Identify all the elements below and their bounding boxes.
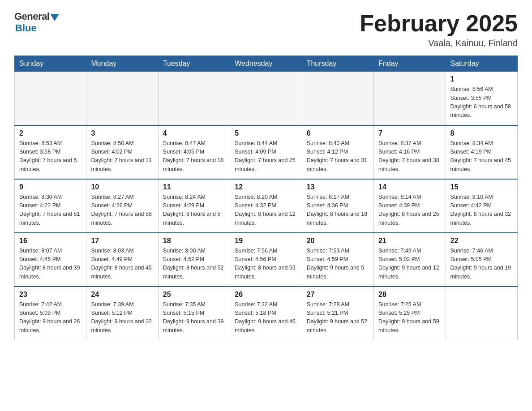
day-number: 28 bbox=[378, 291, 441, 299]
day-number: 5 bbox=[235, 129, 297, 137]
calendar-cell: 23Sunrise: 7:42 AMSunset: 5:09 PMDayligh… bbox=[15, 287, 86, 340]
calendar-cell: 16Sunrise: 8:07 AMSunset: 4:46 PMDayligh… bbox=[15, 233, 86, 287]
calendar-cell: 28Sunrise: 7:25 AMSunset: 5:25 PMDayligh… bbox=[374, 287, 446, 340]
calendar-cell: 27Sunrise: 7:28 AMSunset: 5:21 PMDayligh… bbox=[302, 287, 373, 340]
day-number: 15 bbox=[450, 183, 513, 191]
day-number: 9 bbox=[19, 183, 82, 191]
day-info: Sunrise: 8:14 AMSunset: 4:39 PMDaylight:… bbox=[378, 193, 441, 228]
calendar-cell bbox=[374, 72, 446, 125]
day-info: Sunrise: 7:39 AMSunset: 5:12 PMDaylight:… bbox=[91, 300, 153, 335]
day-info: Sunrise: 8:20 AMSunset: 4:32 PMDaylight:… bbox=[235, 193, 297, 228]
day-info: Sunrise: 7:49 AMSunset: 5:02 PMDaylight:… bbox=[378, 247, 441, 282]
day-info: Sunrise: 7:46 AMSunset: 5:05 PMDaylight:… bbox=[450, 247, 513, 282]
calendar-cell: 22Sunrise: 7:46 AMSunset: 5:05 PMDayligh… bbox=[446, 233, 517, 287]
day-number: 22 bbox=[450, 237, 513, 245]
day-info: Sunrise: 7:42 AMSunset: 5:09 PMDaylight:… bbox=[19, 300, 82, 335]
day-number: 19 bbox=[235, 237, 297, 245]
day-info: Sunrise: 7:25 AMSunset: 5:25 PMDaylight:… bbox=[378, 300, 441, 335]
logo-blue-text: Blue bbox=[15, 22, 37, 34]
day-info: Sunrise: 8:44 AMSunset: 4:09 PMDaylight:… bbox=[235, 139, 297, 174]
day-info: Sunrise: 8:50 AMSunset: 4:02 PMDaylight:… bbox=[91, 139, 153, 174]
day-info: Sunrise: 8:53 AMSunset: 3:58 PMDaylight:… bbox=[19, 139, 82, 174]
logo-general-text: General bbox=[14, 11, 49, 22]
calendar-cell: 8Sunrise: 8:34 AMSunset: 4:19 PMDaylight… bbox=[446, 125, 517, 179]
calendar-table: SundayMondayTuesdayWednesdayThursdayFrid… bbox=[14, 56, 518, 340]
day-info: Sunrise: 7:56 AMSunset: 4:56 PMDaylight:… bbox=[235, 247, 297, 282]
column-header-thursday: Thursday bbox=[302, 56, 373, 72]
calendar-cell: 15Sunrise: 8:10 AMSunset: 4:42 PMDayligh… bbox=[446, 179, 517, 233]
day-number: 6 bbox=[307, 129, 369, 137]
column-header-tuesday: Tuesday bbox=[158, 56, 230, 72]
day-info: Sunrise: 8:17 AMSunset: 4:36 PMDaylight:… bbox=[307, 193, 369, 228]
calendar-cell: 5Sunrise: 8:44 AMSunset: 4:09 PMDaylight… bbox=[230, 125, 302, 179]
calendar-cell: 20Sunrise: 7:53 AMSunset: 4:59 PMDayligh… bbox=[302, 233, 373, 287]
day-number: 26 bbox=[235, 291, 297, 299]
day-number: 14 bbox=[378, 183, 441, 191]
day-info: Sunrise: 8:00 AMSunset: 4:52 PMDaylight:… bbox=[163, 247, 225, 282]
calendar-cell: 2Sunrise: 8:53 AMSunset: 3:58 PMDaylight… bbox=[15, 125, 86, 179]
day-info: Sunrise: 8:10 AMSunset: 4:42 PMDaylight:… bbox=[450, 193, 513, 228]
calendar-week-row: 23Sunrise: 7:42 AMSunset: 5:09 PMDayligh… bbox=[15, 287, 518, 340]
day-info: Sunrise: 7:53 AMSunset: 4:59 PMDaylight:… bbox=[307, 247, 369, 282]
day-info: Sunrise: 8:47 AMSunset: 4:05 PMDaylight:… bbox=[163, 139, 225, 174]
day-info: Sunrise: 8:34 AMSunset: 4:19 PMDaylight:… bbox=[450, 139, 513, 174]
day-number: 8 bbox=[450, 129, 513, 137]
day-number: 20 bbox=[307, 237, 369, 245]
calendar-week-row: 16Sunrise: 8:07 AMSunset: 4:46 PMDayligh… bbox=[15, 233, 518, 287]
calendar-cell: 6Sunrise: 8:40 AMSunset: 4:12 PMDaylight… bbox=[302, 125, 373, 179]
logo-arrow-icon bbox=[50, 14, 59, 21]
day-number: 25 bbox=[163, 291, 225, 299]
calendar-cell bbox=[302, 72, 373, 125]
day-number: 11 bbox=[163, 183, 225, 191]
calendar-cell: 3Sunrise: 8:50 AMSunset: 4:02 PMDaylight… bbox=[86, 125, 158, 179]
month-title: February 2025 bbox=[360, 11, 518, 36]
day-number: 3 bbox=[91, 129, 153, 137]
calendar-cell: 12Sunrise: 8:20 AMSunset: 4:32 PMDayligh… bbox=[230, 179, 302, 233]
calendar-cell: 25Sunrise: 7:35 AMSunset: 5:15 PMDayligh… bbox=[158, 287, 230, 340]
calendar-cell: 17Sunrise: 8:03 AMSunset: 4:49 PMDayligh… bbox=[86, 233, 158, 287]
location-text: Vaala, Kainuu, Finland bbox=[360, 38, 518, 48]
day-info: Sunrise: 7:28 AMSunset: 5:21 PMDaylight:… bbox=[307, 300, 369, 335]
day-number: 13 bbox=[307, 183, 369, 191]
day-number: 27 bbox=[307, 291, 369, 299]
title-section: February 2025 Vaala, Kainuu, Finland bbox=[360, 11, 518, 48]
calendar-cell bbox=[158, 72, 230, 125]
calendar-cell: 18Sunrise: 8:00 AMSunset: 4:52 PMDayligh… bbox=[158, 233, 230, 287]
day-number: 10 bbox=[91, 183, 153, 191]
calendar-cell: 14Sunrise: 8:14 AMSunset: 4:39 PMDayligh… bbox=[374, 179, 446, 233]
calendar-cell: 13Sunrise: 8:17 AMSunset: 4:36 PMDayligh… bbox=[302, 179, 373, 233]
calendar-cell bbox=[230, 72, 302, 125]
calendar-cell bbox=[446, 287, 517, 340]
logo: General Blue bbox=[14, 11, 59, 34]
day-info: Sunrise: 8:07 AMSunset: 4:46 PMDaylight:… bbox=[19, 247, 82, 282]
calendar-cell: 7Sunrise: 8:37 AMSunset: 4:16 PMDaylight… bbox=[374, 125, 446, 179]
day-info: Sunrise: 8:37 AMSunset: 4:16 PMDaylight:… bbox=[378, 139, 441, 174]
day-info: Sunrise: 8:56 AMSunset: 3:55 PMDaylight:… bbox=[450, 85, 513, 120]
column-header-saturday: Saturday bbox=[446, 56, 517, 72]
day-number: 4 bbox=[163, 129, 225, 137]
day-number: 23 bbox=[19, 291, 82, 299]
calendar-cell: 11Sunrise: 8:24 AMSunset: 4:29 PMDayligh… bbox=[158, 179, 230, 233]
day-info: Sunrise: 7:35 AMSunset: 5:15 PMDaylight:… bbox=[163, 300, 225, 335]
day-info: Sunrise: 8:30 AMSunset: 4:22 PMDaylight:… bbox=[19, 193, 82, 228]
day-number: 17 bbox=[91, 237, 153, 245]
day-number: 18 bbox=[163, 237, 225, 245]
calendar-cell: 19Sunrise: 7:56 AMSunset: 4:56 PMDayligh… bbox=[230, 233, 302, 287]
day-number: 12 bbox=[235, 183, 297, 191]
day-info: Sunrise: 8:24 AMSunset: 4:29 PMDaylight:… bbox=[163, 193, 225, 228]
day-info: Sunrise: 8:40 AMSunset: 4:12 PMDaylight:… bbox=[307, 139, 369, 174]
calendar-cell bbox=[86, 72, 158, 125]
calendar-cell: 21Sunrise: 7:49 AMSunset: 5:02 PMDayligh… bbox=[374, 233, 446, 287]
calendar-cell: 9Sunrise: 8:30 AMSunset: 4:22 PMDaylight… bbox=[15, 179, 86, 233]
column-header-monday: Monday bbox=[86, 56, 158, 72]
day-info: Sunrise: 8:03 AMSunset: 4:49 PMDaylight:… bbox=[91, 247, 153, 282]
column-header-friday: Friday bbox=[374, 56, 446, 72]
calendar-week-row: 2Sunrise: 8:53 AMSunset: 3:58 PMDaylight… bbox=[15, 125, 518, 179]
day-number: 16 bbox=[19, 237, 82, 245]
day-info: Sunrise: 8:27 AMSunset: 4:26 PMDaylight:… bbox=[91, 193, 153, 228]
column-header-sunday: Sunday bbox=[15, 56, 86, 72]
page-header: General Blue February 2025 Vaala, Kainuu… bbox=[14, 11, 518, 48]
day-number: 24 bbox=[91, 291, 153, 299]
day-number: 1 bbox=[450, 75, 513, 83]
calendar-cell: 1Sunrise: 8:56 AMSunset: 3:55 PMDaylight… bbox=[446, 72, 517, 125]
